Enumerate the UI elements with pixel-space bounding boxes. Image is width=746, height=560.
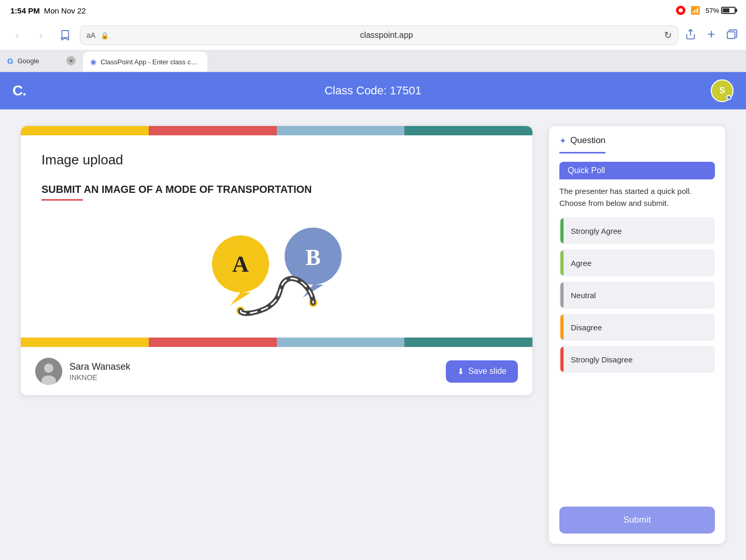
slide-footer: Sara Wanasek INKNOE ⬇ Save slide	[21, 347, 532, 395]
option-neutral[interactable]: Neutral	[559, 282, 715, 309]
slide-illustration: A B	[41, 217, 512, 321]
presenter-info: Sara Wanasek INKNOE	[35, 358, 130, 385]
presenter-avatar	[35, 358, 62, 385]
option-label-neutral: Neutral	[564, 284, 603, 307]
question-tab[interactable]: ✦ Question	[559, 135, 606, 153]
wifi-icon: 📶	[691, 6, 700, 15]
option-label-strongly-disagree: Strongly Disagree	[564, 348, 640, 371]
save-icon: ⬇	[457, 367, 464, 376]
bar-bottom-blue	[277, 338, 405, 347]
bar-teal	[404, 126, 532, 135]
bar-blue	[277, 126, 405, 135]
poll-description: The presenter has started a quick poll. …	[549, 186, 725, 217]
record-icon	[676, 6, 685, 15]
avatar-letter: S	[720, 86, 725, 95]
class-code-display: Class Code: 17501	[325, 84, 421, 97]
question-tab-label: Question	[570, 135, 606, 146]
option-strongly-disagree[interactable]: Strongly Disagree	[559, 346, 715, 373]
battery-indicator: 57%	[706, 7, 736, 15]
option-label-disagree: Disagree	[564, 316, 609, 339]
question-tab-icon: ✦	[559, 136, 566, 146]
svg-text:B: B	[305, 245, 320, 270]
classpoint-favicon: ◉	[90, 58, 96, 66]
bar-bottom-red	[149, 338, 277, 347]
tab-classpoint-title: ClassPoint App - Enter class code and jo…	[101, 58, 200, 66]
question-panel: ✦ Question Quick Poll The presenter has …	[549, 126, 725, 544]
svg-rect-3	[727, 32, 735, 38]
status-date: Mon Nov 22	[44, 6, 86, 15]
slide-panel: Image upload SUBMIT AN IMAGE OF A MODE O…	[21, 126, 532, 544]
option-label-strongly-agree: Strongly Agree	[564, 219, 629, 243]
app-header: C. Class Code: 17501 S	[0, 72, 746, 109]
address-bar[interactable]: aA 🔒 classpoint.app ↻	[80, 25, 679, 45]
browser-tabs: G Google ✕ ◉ ClassPoint App - Enter clas…	[0, 50, 746, 72]
url-text: classpoint.app	[112, 31, 661, 40]
bar-red	[149, 126, 277, 135]
option-label-agree: Agree	[564, 251, 599, 275]
option-disagree[interactable]: Disagree	[559, 314, 715, 341]
battery-pct: 57%	[706, 7, 719, 15]
status-time: 1:54 PM	[10, 6, 40, 15]
presenter-name: Sara Wanasek	[69, 361, 130, 372]
slide-content: Image upload SUBMIT AN IMAGE OF A MODE O…	[21, 135, 532, 338]
quick-poll-badge: Quick Poll	[559, 162, 715, 179]
poll-options: Strongly Agree Agree Neutral Disagree St…	[549, 217, 725, 498]
browser-chrome: ‹ › aA 🔒 classpoint.app ↻	[0, 21, 746, 72]
tab-switcher-button[interactable]	[726, 29, 738, 43]
app-logo[interactable]: C.	[12, 82, 26, 99]
status-bar: 1:54 PM Mon Nov 22 📶 57%	[0, 0, 746, 21]
option-agree[interactable]: Agree	[559, 249, 715, 276]
avatar-status-dot	[726, 95, 731, 100]
main-content: Image upload SUBMIT AN IMAGE OF A MODE O…	[0, 109, 746, 560]
save-slide-button[interactable]: ⬇ Save slide	[446, 360, 518, 383]
lock-icon: 🔒	[101, 32, 109, 39]
share-button[interactable]	[685, 29, 696, 43]
slide-container: Image upload SUBMIT AN IMAGE OF A MODE O…	[21, 126, 532, 395]
presenter-org: INKNOE	[69, 373, 130, 382]
submit-button[interactable]: Submit	[559, 507, 715, 534]
submit-label: Submit	[624, 515, 651, 525]
bar-yellow	[21, 126, 149, 135]
slide-subtitle: SUBMIT AN IMAGE OF A MODE OF TRANSPORTAT…	[41, 183, 512, 196]
slide-underline	[41, 199, 83, 201]
tab-google-title: Google	[18, 57, 62, 65]
text-size-control[interactable]: aA	[87, 31, 95, 39]
tab-classpoint[interactable]: ◉ ClassPoint App - Enter class code and …	[83, 52, 207, 72]
slide-bottom-bars	[21, 338, 532, 347]
google-favicon: G	[7, 57, 13, 65]
svg-text:A: A	[232, 251, 249, 277]
slide-top-bars	[21, 126, 532, 135]
question-header: ✦ Question	[549, 126, 725, 153]
bar-bottom-yellow	[21, 338, 149, 347]
bookmarks-button[interactable]	[56, 26, 74, 44]
option-strongly-agree[interactable]: Strongly Agree	[559, 217, 715, 244]
tab-google[interactable]: G Google ✕	[0, 50, 83, 72]
forward-button[interactable]: ›	[32, 26, 50, 44]
back-button[interactable]: ‹	[8, 26, 26, 44]
svg-marker-5	[230, 292, 251, 305]
user-avatar[interactable]: S	[711, 79, 734, 102]
bar-bottom-teal	[404, 338, 532, 347]
slide-title: Image upload	[41, 152, 512, 168]
svg-point-13	[44, 363, 53, 373]
tab-close-google[interactable]: ✕	[66, 56, 76, 65]
new-tab-button[interactable]	[706, 29, 717, 43]
save-btn-label: Save slide	[468, 367, 506, 376]
reload-button[interactable]: ↻	[664, 30, 672, 41]
